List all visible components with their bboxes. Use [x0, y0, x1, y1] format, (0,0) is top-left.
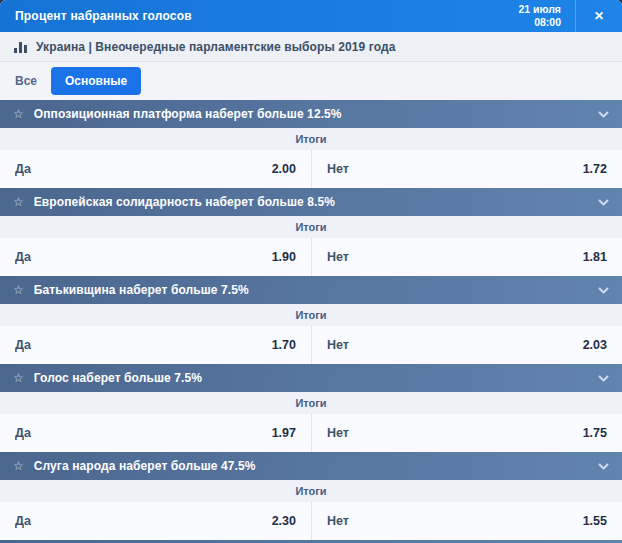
- outcome-label: Да: [15, 338, 31, 352]
- outcome-cell[interactable]: Да 1.90: [0, 238, 311, 276]
- favorite-star-icon[interactable]: ☆: [13, 108, 24, 120]
- market-section: ☆ Батькивщина наберет больше 7.5% Итоги …: [0, 276, 622, 364]
- market-group-label: Итоги: [0, 480, 622, 502]
- breadcrumb[interactable]: Украина | Внеочередные парламентские выб…: [0, 32, 622, 62]
- outcome-odds: 2.00: [272, 162, 296, 176]
- outcome-odds: 2.30: [272, 514, 296, 528]
- outcomes-row: Да 1.97 Нет 1.75: [0, 414, 622, 452]
- outcome-odds: 1.97: [272, 426, 296, 440]
- favorite-star-icon[interactable]: ☆: [13, 460, 24, 472]
- market-group-label: Итоги: [0, 216, 622, 238]
- market-group-label: Итоги: [0, 392, 622, 414]
- tab-main[interactable]: Основные: [51, 67, 141, 95]
- event-date: 21 июля: [518, 3, 561, 16]
- chevron-down-icon[interactable]: [598, 287, 609, 294]
- outcomes-row: Да 2.30 Нет 1.55: [0, 502, 622, 540]
- outcome-label: Да: [15, 426, 31, 440]
- outcome-odds: 1.55: [583, 514, 607, 528]
- popup-title: Процент набранных голосов: [0, 9, 518, 23]
- outcome-label: Да: [15, 250, 31, 264]
- outcome-cell[interactable]: Нет 1.72: [311, 150, 622, 188]
- outcome-odds: 1.72: [583, 162, 607, 176]
- market-title: Европейская солидарность наберет больше …: [34, 195, 598, 209]
- market-header[interactable]: ☆ Оппозиционная платформа наберет больше…: [0, 100, 622, 128]
- outcome-cell[interactable]: Да 1.70: [0, 326, 311, 364]
- market-section: ☆ Оппозиционная платформа наберет больше…: [0, 100, 622, 188]
- favorite-star-icon[interactable]: ☆: [13, 372, 24, 384]
- close-button[interactable]: ✕: [576, 0, 622, 32]
- outcome-label: Да: [15, 162, 31, 176]
- outcome-odds: 1.75: [583, 426, 607, 440]
- event-datetime: 21 июля 08:00: [518, 3, 575, 29]
- chevron-down-icon[interactable]: [598, 199, 609, 206]
- bar-chart-icon: [14, 41, 27, 53]
- markets-list: ☆ Оппозиционная платформа наберет больше…: [0, 100, 622, 540]
- favorite-star-icon[interactable]: ☆: [13, 196, 24, 208]
- outcome-label: Нет: [327, 426, 349, 440]
- market-header[interactable]: ☆ Батькивщина наберет больше 7.5%: [0, 276, 622, 304]
- titlebar: Процент набранных голосов 21 июля 08:00 …: [0, 0, 622, 32]
- chevron-down-icon[interactable]: [598, 111, 609, 118]
- outcomes-row: Да 1.70 Нет 2.03: [0, 326, 622, 364]
- breadcrumb-text: Украина | Внеочередные парламентские выб…: [36, 40, 395, 54]
- chevron-down-icon[interactable]: [598, 463, 609, 470]
- outcomes-row: Да 1.90 Нет 1.81: [0, 238, 622, 276]
- market-title: Голос наберет больше 7.5%: [34, 371, 598, 385]
- chevron-down-icon[interactable]: [598, 375, 609, 382]
- event-time: 08:00: [518, 16, 561, 29]
- market-section: ☆ Слуга народа наберет больше 47.5% Итог…: [0, 452, 622, 540]
- outcome-cell[interactable]: Нет 1.81: [311, 238, 622, 276]
- outcome-cell[interactable]: Нет 1.55: [311, 502, 622, 540]
- outcome-cell[interactable]: Да 2.00: [0, 150, 311, 188]
- market-title: Оппозиционная платформа наберет больше 1…: [34, 107, 598, 121]
- outcome-label: Нет: [327, 338, 349, 352]
- outcome-odds: 1.81: [583, 250, 607, 264]
- outcome-cell[interactable]: Нет 1.75: [311, 414, 622, 452]
- market-header[interactable]: ☆ Голос наберет больше 7.5%: [0, 364, 622, 392]
- outcome-odds: 1.70: [272, 338, 296, 352]
- outcome-label: Нет: [327, 162, 349, 176]
- outcome-cell[interactable]: Да 1.97: [0, 414, 311, 452]
- favorite-star-icon[interactable]: ☆: [13, 284, 24, 296]
- market-header[interactable]: ☆ Европейская солидарность наберет больш…: [0, 188, 622, 216]
- tab-all[interactable]: Все: [15, 74, 37, 88]
- outcome-cell[interactable]: Нет 2.03: [311, 326, 622, 364]
- outcome-label: Нет: [327, 514, 349, 528]
- outcome-odds: 1.90: [272, 250, 296, 264]
- market-group-label: Итоги: [0, 304, 622, 326]
- outcome-cell[interactable]: Да 2.30: [0, 502, 311, 540]
- filter-tabs: Все Основные: [0, 62, 622, 100]
- outcome-label: Нет: [327, 250, 349, 264]
- market-section: ☆ Европейская солидарность наберет больш…: [0, 188, 622, 276]
- market-title: Батькивщина наберет больше 7.5%: [34, 283, 598, 297]
- market-section: ☆ Голос наберет больше 7.5% Итоги Да 1.9…: [0, 364, 622, 452]
- market-popup: Процент набранных голосов 21 июля 08:00 …: [0, 0, 622, 543]
- outcomes-row: Да 2.00 Нет 1.72: [0, 150, 622, 188]
- market-group-label: Итоги: [0, 128, 622, 150]
- outcome-label: Да: [15, 514, 31, 528]
- close-icon: ✕: [594, 9, 604, 23]
- outcome-odds: 2.03: [583, 338, 607, 352]
- market-header[interactable]: ☆ Слуга народа наберет больше 47.5%: [0, 452, 622, 480]
- market-title: Слуга народа наберет больше 47.5%: [34, 459, 598, 473]
